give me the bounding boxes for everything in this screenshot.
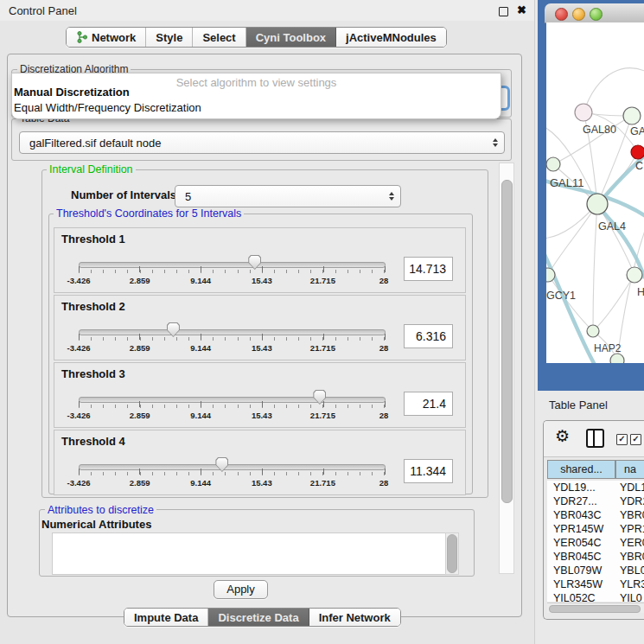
network-window-titlebar[interactable] [545,3,644,23]
table-cell-name[interactable]: YER0 [615,536,644,550]
slider-scale-label: 28 [379,276,389,285]
table-cell-name[interactable]: YLR3 [615,577,644,591]
control-panel: Control Panel ✖ Network Style Select Cyn… [0,0,535,644]
attribute-list-item[interactable] [53,533,446,548]
slider-major-tick [323,401,324,407]
table-cell-shared-name[interactable]: YER054C [547,536,615,550]
table-cell-name[interactable]: YBR0 [615,550,644,564]
checkbox-checked-icon[interactable]: ✓ [630,434,641,445]
table-panel-toolbar: ⚙ ✓ ✓ [544,421,644,457]
table-cell-name[interactable]: YBR0 [615,508,644,522]
number-of-intervals-label: Number of Intervals [71,188,176,201]
table-row[interactable]: YLR345W YLR3 [547,577,644,591]
network-node[interactable] [546,268,555,282]
tab-cyni-toolbox[interactable]: Cyni Toolbox [246,28,336,47]
threshold-label: Threshold 2 [61,300,125,313]
menu-item-equal-width-frequency[interactable]: Equal Width/Frequency Discretization [14,101,201,114]
node-label: H [637,286,644,298]
network-node[interactable] [587,194,608,214]
slider-major-tick [385,266,386,272]
tab-label: Cyni Toolbox [256,31,326,44]
table-cell-shared-name[interactable]: YDL19... [547,481,615,494]
slider-track[interactable] [79,397,386,403]
table-row[interactable]: YDR27... YDR2 [547,494,644,508]
tab-style[interactable]: Style [146,28,193,47]
table-header-row: shared... na [547,460,644,479]
minimize-traffic-light-icon[interactable] [572,8,585,21]
slider-major-tick [201,334,201,340]
network-node[interactable] [546,157,560,171]
tab-impute-data[interactable]: Impute Data [124,609,208,626]
slider-scale-label: 9.144 [190,411,211,420]
table-cell-name[interactable]: YPR1 [615,522,644,536]
slider-major-tick [201,401,201,407]
attribute-list-scrollbar-track[interactable] [445,532,459,575]
table-row[interactable]: YBL079W YBL0 [547,564,644,577]
table-cell-name[interactable]: YDL1 [615,481,644,494]
slider-scale-label: 15.43 [252,276,272,285]
tab-select[interactable]: Select [193,28,245,47]
table-cell-shared-name[interactable]: YPR145W [547,522,615,536]
panel-scrollbar-track[interactable] [499,163,514,574]
slider-major-tick [139,266,140,272]
threshold-value-input[interactable] [404,257,453,281]
tab-jactivemnodules[interactable]: jActiveMNodules [336,28,446,47]
table-row[interactable]: YBR045C YBR0 [547,550,644,564]
attribute-list-scrollbar-thumb[interactable] [447,534,457,573]
table-hscrollbar-track[interactable] [547,603,644,613]
close-icon[interactable]: ✖ [517,3,526,16]
table-cell-name[interactable]: YDR2 [615,494,644,508]
slider-track[interactable] [79,464,386,470]
node-label: GA [630,125,644,137]
table-row[interactable]: YBR043C YBR0 [547,508,644,522]
checkbox-checked-icon[interactable]: ✓ [616,434,628,445]
table-cell-shared-name[interactable]: YBL079W [547,564,615,577]
tab-label: Select [202,31,235,44]
gear-icon[interactable]: ⚙ [555,426,570,446]
slider-track[interactable] [79,262,386,268]
table-data-combo[interactable]: galFiltered.sif default node [19,131,505,154]
column-header-name[interactable]: na [615,460,644,479]
node-label: GAL4 [598,220,626,233]
table-cell-shared-name[interactable]: YBR043C [547,508,615,522]
table-cell-shared-name[interactable]: YLR345W [547,577,615,591]
network-node[interactable] [627,267,642,283]
network-node[interactable] [631,145,644,159]
table-row[interactable]: YDL19... YDL1 [547,481,644,494]
apply-button[interactable]: Apply [214,580,268,599]
close-traffic-light-icon[interactable] [555,8,568,21]
threshold-value-input[interactable] [404,392,453,416]
table-cell-name[interactable]: YBL0 [615,564,644,577]
network-node[interactable] [623,107,641,124]
zoom-traffic-light-icon[interactable] [590,8,603,21]
attribute-list-item[interactable] [53,548,446,563]
slider-scale: -3.4262.8599.14415.4321.71528 [79,475,384,488]
table-cell-shared-name[interactable]: YIL052C [547,591,615,602]
threshold-value-input[interactable] [404,459,453,483]
tab-infer-network[interactable]: Infer Network [309,609,400,626]
numerical-attributes-list[interactable] [52,532,447,575]
tab-discretize-data[interactable]: Discretize Data [208,609,309,626]
attribute-list-item[interactable] [53,563,446,575]
table-cell-shared-name[interactable]: YBR045C [547,550,615,564]
menu-item-manual-discretization[interactable]: Manual Discretization [14,86,130,99]
table-row[interactable]: YER054C YER0 [547,536,644,550]
panel-scrollbar-thumb[interactable] [501,180,513,503]
table-cell-name[interactable]: YIL0 [615,591,644,602]
slider-scale: -3.4262.8599.14415.4321.71528 [79,341,384,353]
float-window-icon[interactable] [499,7,508,16]
number-of-intervals-combo[interactable]: 5 [175,185,401,207]
table-hscrollbar-thumb[interactable] [549,605,641,613]
column-header-shared-name[interactable]: shared... [547,460,615,479]
network-node[interactable] [610,354,624,363]
table-row[interactable]: YPR145W YPR1 [547,522,644,536]
network-node[interactable] [575,104,592,121]
column-layout-icon[interactable] [586,429,604,448]
slider-track[interactable] [79,329,386,335]
threshold-value-input[interactable] [404,324,453,348]
table-row[interactable]: YIL052C YIL0 [547,591,644,602]
table-cell-shared-name[interactable]: YDR27... [547,494,615,508]
slider-scale-label: -3.426 [67,411,91,420]
network-node[interactable] [587,325,599,337]
tab-network[interactable]: Network [67,28,146,47]
